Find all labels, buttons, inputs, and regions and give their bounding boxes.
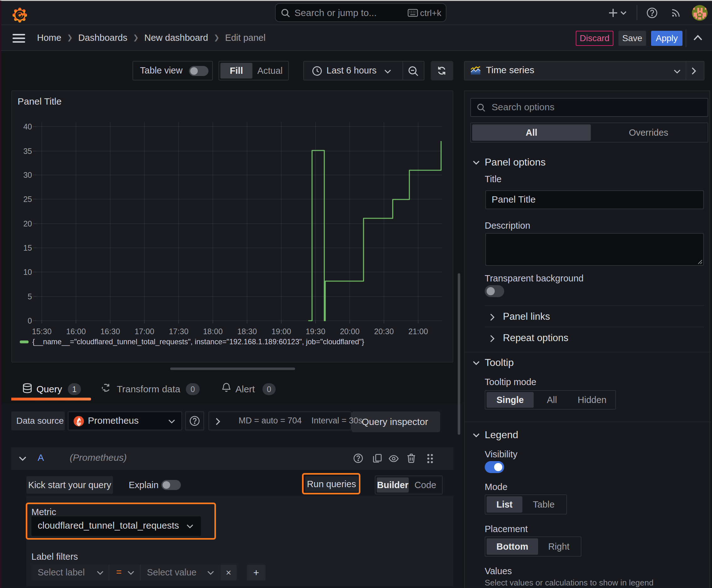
svg-text:15: 15 [23, 244, 32, 252]
svg-text:17:30: 17:30 [169, 327, 189, 336]
svg-text:17:00: 17:00 [135, 327, 154, 336]
svg-text:30: 30 [23, 171, 32, 180]
svg-text:16:30: 16:30 [101, 327, 120, 336]
svg-text:18:30: 18:30 [237, 327, 257, 336]
svg-text:18:00: 18:00 [203, 327, 223, 336]
svg-text:20:00: 20:00 [340, 327, 360, 336]
svg-text:19:00: 19:00 [272, 327, 291, 336]
svg-text:20:30: 20:30 [374, 327, 394, 336]
svg-text:{__name__="cloudflared_tunnel_: {__name__="cloudflared_tunnel_total_requ… [33, 338, 364, 346]
svg-text:5: 5 [28, 292, 32, 301]
svg-text:20: 20 [23, 219, 32, 228]
svg-text:40: 40 [23, 122, 32, 131]
svg-text:35: 35 [23, 147, 32, 155]
svg-text:16:00: 16:00 [66, 327, 86, 336]
svg-text:10: 10 [23, 268, 32, 276]
svg-text:21:00: 21:00 [408, 327, 428, 336]
svg-text:15:30: 15:30 [32, 327, 52, 336]
svg-text:0: 0 [28, 316, 32, 325]
svg-text:19:30: 19:30 [306, 327, 326, 336]
svg-text:25: 25 [23, 195, 32, 204]
